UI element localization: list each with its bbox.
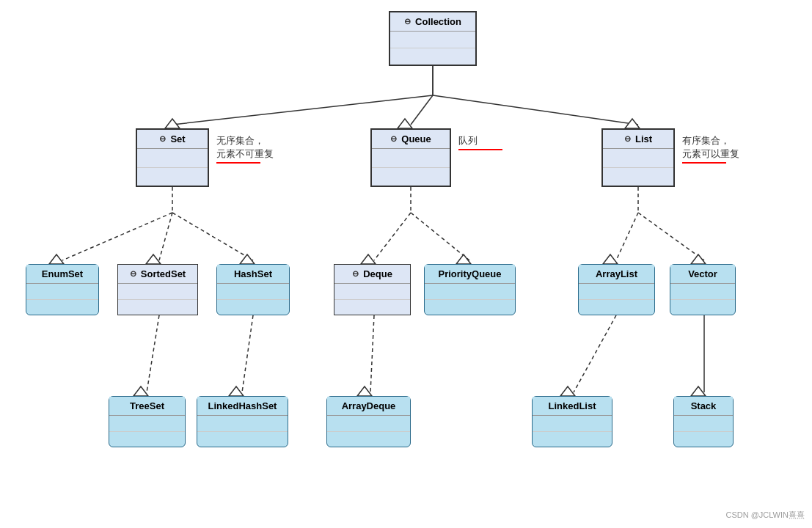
list-annotation: 有序集合， 元素可以重复 — [682, 134, 739, 164]
svg-marker-32 — [357, 386, 372, 396]
box-collection: ⊖ Collection — [389, 11, 477, 66]
box-priorityqueue-section2 — [425, 300, 515, 315]
box-list-title: ⊖ List — [603, 130, 673, 149]
svg-marker-36 — [691, 386, 706, 396]
box-deque-section1 — [334, 284, 410, 300]
set-annotation: 无序集合， 元素不可重复 — [216, 134, 274, 164]
box-vector: Vector — [670, 264, 736, 315]
box-collection-section2 — [390, 48, 475, 65]
svg-line-18 — [374, 213, 411, 260]
diagram-container: ⊖ Collection ⊖ Set ⊖ Queue ⊖ List 无序集合， — [0, 0, 812, 528]
watermark: CSDN @JCLWIN熹熹 — [725, 510, 805, 521]
set-underline — [216, 162, 260, 164]
box-deque: ⊖ Deque — [334, 264, 411, 315]
svg-marker-26 — [691, 254, 706, 264]
box-set-section2 — [137, 168, 208, 186]
box-stack-section1 — [674, 416, 733, 432]
box-priorityqueue-section1 — [425, 284, 515, 300]
box-set-title: ⊖ Set — [137, 130, 208, 149]
svg-marker-19 — [361, 254, 376, 264]
svg-marker-30 — [229, 386, 244, 396]
svg-line-13 — [159, 213, 172, 260]
svg-marker-12 — [49, 254, 64, 264]
svg-marker-4 — [165, 119, 180, 128]
box-collection-section1 — [390, 32, 475, 48]
box-priorityqueue: PriorityQueue — [424, 264, 516, 315]
box-enumset-title: EnumSet — [26, 265, 98, 284]
box-queue-title: ⊖ Queue — [372, 130, 450, 149]
box-hashset-section2 — [217, 300, 289, 315]
box-vector-section1 — [670, 284, 735, 300]
box-sortedset-section1 — [118, 284, 197, 300]
box-priorityqueue-title: PriorityQueue — [425, 265, 515, 284]
svg-marker-21 — [456, 254, 471, 264]
box-arraylist: ArrayList — [578, 264, 655, 315]
svg-line-11 — [62, 213, 172, 260]
box-deque-section2 — [334, 300, 410, 315]
box-enumset-section1 — [26, 284, 98, 300]
box-stack-title: Stack — [674, 397, 733, 416]
box-set-section1 — [137, 149, 208, 168]
svg-marker-9 — [625, 119, 640, 128]
svg-line-33 — [574, 315, 616, 392]
svg-line-6 — [411, 95, 433, 125]
box-treeset-section1 — [109, 416, 185, 432]
box-sortedset-section2 — [118, 300, 197, 315]
box-deque-title: ⊖ Deque — [334, 265, 410, 284]
box-set: ⊖ Set — [136, 128, 209, 187]
box-arraylist-section2 — [579, 300, 654, 315]
box-list: ⊖ List — [601, 128, 675, 187]
box-stack: Stack — [673, 396, 734, 447]
box-treeset-section2 — [109, 432, 185, 447]
svg-line-20 — [411, 213, 469, 260]
queue-annotation: 队列 — [458, 134, 502, 150]
queue-underline — [458, 149, 502, 150]
svg-line-3 — [172, 95, 433, 125]
svg-marker-16 — [240, 254, 255, 264]
svg-marker-34 — [560, 386, 575, 396]
box-hashset-title: HashSet — [217, 265, 289, 284]
svg-line-23 — [616, 213, 638, 260]
list-underline — [682, 162, 726, 164]
box-linkedhashset-title: LinkedHashSet — [197, 397, 288, 416]
box-linkedhashset: LinkedHashSet — [197, 396, 288, 447]
interface-icon: ⊖ — [404, 17, 411, 26]
box-collection-title: ⊖ Collection — [390, 12, 475, 32]
box-arraylist-section1 — [579, 284, 654, 300]
svg-line-8 — [433, 95, 638, 125]
svg-marker-24 — [603, 254, 618, 264]
svg-line-25 — [638, 213, 704, 260]
box-arraydeque: ArrayDeque — [326, 396, 411, 447]
box-vector-section2 — [670, 300, 735, 315]
box-enumset-section2 — [26, 300, 98, 315]
box-queue-section2 — [372, 168, 450, 186]
box-treeset: TreeSet — [109, 396, 186, 447]
interface-icon-set: ⊖ — [159, 134, 166, 144]
svg-marker-28 — [133, 386, 148, 396]
box-list-section2 — [603, 168, 673, 186]
box-linkedlist-title: LinkedList — [533, 397, 612, 416]
svg-marker-14 — [146, 254, 161, 264]
box-linkedlist: LinkedList — [532, 396, 612, 447]
box-hashset: HashSet — [216, 264, 290, 315]
interface-icon-queue: ⊖ — [390, 134, 397, 144]
svg-line-27 — [147, 315, 159, 392]
box-arraydeque-section2 — [327, 432, 410, 447]
box-sortedset: ⊖ SortedSet — [117, 264, 198, 315]
box-hashset-section1 — [217, 284, 289, 300]
box-list-section1 — [603, 149, 673, 168]
box-vector-title: Vector — [670, 265, 735, 284]
box-stack-section2 — [674, 432, 733, 447]
box-queue: ⊖ Queue — [370, 128, 451, 187]
box-sortedset-title: ⊖ SortedSet — [118, 265, 197, 284]
interface-icon-sortedset: ⊖ — [130, 269, 136, 279]
box-arraydeque-title: ArrayDeque — [327, 397, 410, 416]
box-queue-section1 — [372, 149, 450, 168]
box-arraydeque-section1 — [327, 416, 410, 432]
svg-line-29 — [242, 315, 253, 392]
box-linkedlist-section1 — [533, 416, 612, 432]
svg-line-31 — [370, 315, 374, 392]
svg-marker-7 — [398, 119, 412, 128]
box-enumset: EnumSet — [26, 264, 99, 315]
box-treeset-title: TreeSet — [109, 397, 185, 416]
